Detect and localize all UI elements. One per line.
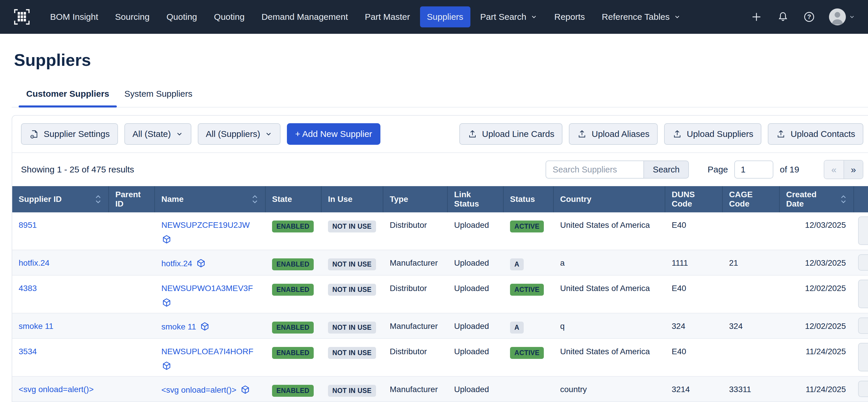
cube-icon-wrap [161, 235, 259, 245]
supplier-name: <svg onload=alert()> [161, 385, 250, 395]
country-cell: United States of America [554, 276, 665, 313]
nav-item-part-master[interactable]: Part Master [358, 6, 417, 27]
column-header-status[interactable]: Status [504, 186, 554, 212]
column-header-inner: Link Status [454, 190, 497, 209]
app-logo-grid-icon[interactable] [13, 8, 31, 26]
notifications-bell-icon[interactable] [777, 10, 789, 23]
supplier-name-link[interactable]: hotfix.24 [161, 259, 192, 268]
column-header-inner: Country [560, 194, 658, 204]
type-cell: Distributor [383, 339, 448, 377]
search-input[interactable] [546, 160, 644, 179]
column-header-cage-code[interactable]: CAGE Code [723, 186, 780, 212]
nav-item-reports[interactable]: Reports [547, 6, 592, 27]
nav-item-quoting[interactable]: Quoting [159, 6, 204, 27]
row-action-button[interactable] [858, 343, 868, 371]
link-status-value: Uploaded [454, 284, 489, 293]
upload-suppliers-button[interactable]: Upload Suppliers [664, 123, 762, 145]
tab-system-suppliers[interactable]: System Suppliers [117, 89, 200, 107]
cage-code-cell: 324 [723, 313, 780, 339]
duns-code-cell: 324 [665, 313, 723, 339]
supplier-name-link[interactable]: NEWSUPLOEA7I4HORF [161, 347, 253, 356]
supplier-id-link[interactable]: 4383 [19, 284, 37, 293]
status-badge: A [510, 321, 524, 334]
state-badge: ENABLED [272, 347, 314, 359]
nav-item-demand-management[interactable]: Demand Management [255, 6, 355, 27]
supplier-name-cell: smoke 11 [155, 313, 266, 339]
created-date-value: 12/02/2025 [805, 284, 846, 293]
supplier-name-link[interactable]: NEWSUPWO1A3MEV3F [161, 284, 253, 293]
nav-item-bom-insight[interactable]: BOM Insight [43, 6, 105, 27]
nav-item-reference-tables[interactable]: Reference Tables [595, 6, 688, 27]
column-header-parent-id[interactable]: Parent ID [109, 186, 155, 212]
type-value: Distributor [390, 220, 427, 229]
supplier-name-link[interactable]: NEWSUPZCFE19U2JW [161, 220, 250, 229]
user-menu[interactable] [829, 8, 855, 25]
nav-item-label: BOM Insight [50, 12, 98, 21]
suppliers-filter-dropdown[interactable]: All (Suppliers) [198, 123, 281, 145]
page-number-input[interactable] [734, 160, 773, 179]
column-header-created-date[interactable]: Created Date [780, 186, 854, 212]
supplier-settings-button[interactable]: Supplier Settings [21, 123, 118, 145]
state-cell: ENABLED [266, 276, 321, 313]
tab-customer-suppliers[interactable]: Customer Suppliers [19, 89, 117, 107]
column-label: Created Date [786, 190, 835, 209]
in-use-badge: NOT IN USE [328, 385, 376, 397]
chevron-down-icon [674, 13, 681, 21]
suppliers-card: Supplier Settings All (State) All (Suppl… [12, 115, 868, 402]
cube-icon-wrap [161, 298, 259, 308]
supplier-id-link[interactable]: hotfix.24 [19, 258, 50, 268]
upload-line-cards-button[interactable]: Upload Line Cards [459, 123, 562, 145]
supplier-id-link[interactable]: 3534 [19, 347, 37, 356]
supplier-name-link[interactable]: <svg onload=alert()> [161, 385, 237, 395]
previous-page-button[interactable]: « [824, 160, 843, 179]
table-row: hotfix.24hotfix.24ENABLEDNOT IN USEManuf… [12, 250, 868, 276]
supplier-name-link[interactable]: smoke 11 [161, 322, 196, 332]
nav-item-suppliers[interactable]: Suppliers [420, 6, 470, 27]
row-action-button[interactable] [858, 381, 868, 397]
parent-id-cell [109, 212, 155, 250]
nav-item-sourcing[interactable]: Sourcing [108, 6, 156, 27]
parent-id-cell [109, 276, 155, 313]
column-header-supplier-id[interactable]: Supplier ID [12, 186, 109, 212]
nav-item-quoting[interactable]: Quoting [207, 6, 252, 27]
type-cell: Manufacturer [383, 313, 448, 339]
status-cell: A [504, 313, 554, 339]
column-header-name[interactable]: Name [155, 186, 266, 212]
upload-aliases-button[interactable]: Upload Aliases [569, 123, 657, 145]
column-header-in-use[interactable]: In Use [321, 186, 383, 212]
cube-icon [161, 235, 172, 245]
column-header-duns-code[interactable]: DUNS Code [665, 186, 723, 212]
nav-item-label: Quoting [166, 12, 197, 21]
add-new-supplier-button[interactable]: + Add New Supplier [287, 123, 380, 145]
column-label: Status [510, 194, 535, 204]
chevron-down-icon [849, 14, 855, 20]
row-action-button[interactable] [858, 216, 868, 245]
created-date-cell: 11/24/2025 [780, 377, 854, 402]
column-header-inner: Name [161, 194, 259, 205]
suppliers-filter-label: All (Suppliers) [206, 129, 260, 139]
column-header-link-status[interactable]: Link Status [448, 186, 504, 212]
in-use-cell: NOT IN USE [321, 339, 383, 377]
next-page-button[interactable]: » [843, 160, 863, 179]
nav-item-part-search[interactable]: Part Search [473, 6, 545, 27]
upload-contacts-button[interactable]: Upload Contacts [768, 123, 863, 145]
actions-cell [854, 377, 868, 402]
supplier-id-link[interactable]: 8951 [19, 220, 37, 229]
add-plus-icon[interactable] [750, 10, 763, 24]
row-action-button[interactable] [858, 254, 868, 271]
supplier-id-link[interactable]: smoke 11 [19, 321, 53, 331]
state-filter-dropdown[interactable]: All (State) [124, 123, 191, 145]
row-action-button[interactable] [858, 280, 868, 308]
search-button[interactable]: Search [644, 160, 689, 179]
cube-icon-wrap [161, 361, 259, 371]
column-header-state[interactable]: State [266, 186, 321, 212]
help-icon[interactable]: ? [803, 10, 815, 23]
status-badge: ACTIVE [510, 220, 544, 233]
link-status-cell: Uploaded [448, 313, 504, 339]
cage-code-cell: 21 [723, 250, 780, 276]
supplier-id-link[interactable]: <svg onload=alert()> [19, 385, 94, 394]
cage-code-cell [723, 339, 780, 377]
row-action-button[interactable] [858, 317, 868, 334]
column-header-type[interactable]: Type [383, 186, 448, 212]
column-header-country[interactable]: Country [554, 186, 665, 212]
